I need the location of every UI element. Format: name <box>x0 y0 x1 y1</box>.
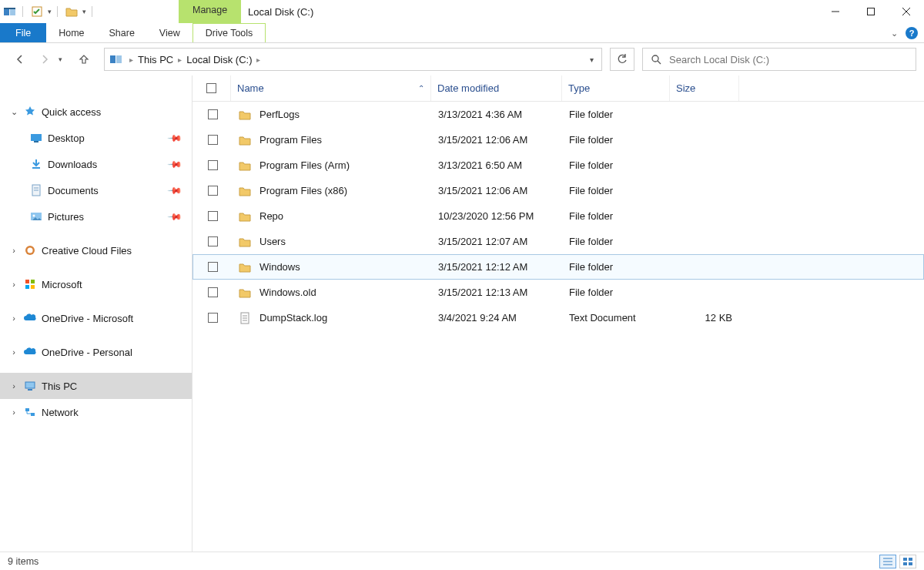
file-size: 12 KB <box>671 312 740 324</box>
back-button[interactable] <box>9 49 31 70</box>
column-name[interactable]: Name ⌃ <box>231 75 431 101</box>
table-row[interactable]: Repo10/23/2020 12:56 PMFile folder <box>192 203 924 229</box>
help-button[interactable]: ? <box>906 27 918 39</box>
chevron-down-icon[interactable]: ⌄ <box>9 107 18 117</box>
svg-line-11 <box>658 61 661 64</box>
row-checkbox[interactable] <box>208 211 218 221</box>
qat-properties-button[interactable] <box>28 3 45 20</box>
column-label: Name <box>237 82 264 94</box>
chevron-right-icon[interactable]: › <box>9 280 18 289</box>
file-date: 10/23/2020 12:56 PM <box>432 210 563 222</box>
chevron-down-icon[interactable]: ▾ <box>48 8 52 15</box>
expand-ribbon-icon[interactable]: ⌄ <box>891 28 898 39</box>
table-row[interactable]: Users3/15/2021 12:07 AMFile folder <box>192 229 924 254</box>
file-type: File folder <box>563 159 671 171</box>
breadcrumb-thispc[interactable]: This PC <box>135 54 176 65</box>
ribbon-tab-file[interactable]: File <box>0 23 46 42</box>
location-icon <box>109 53 123 65</box>
tree-label: Quick access <box>42 106 101 118</box>
file-type: File folder <box>563 185 671 196</box>
tree-item-desktop[interactable]: Desktop📌 <box>0 125 192 151</box>
chevron-right-icon[interactable]: › <box>9 381 18 391</box>
tree-item-onedrive-microsoft[interactable]: ›OneDrive - Microsoft <box>0 305 192 331</box>
search-box[interactable] <box>642 48 916 71</box>
table-row[interactable]: Windows.old3/15/2021 12:13 AMFile folder <box>192 280 924 305</box>
file-date: 3/13/2021 4:36 AM <box>432 109 563 120</box>
svg-rect-40 <box>909 562 912 565</box>
row-checkbox[interactable] <box>208 262 218 272</box>
manage-contextual-tab[interactable]: Manage <box>179 0 241 23</box>
table-row[interactable]: Program Files (x86)3/15/2021 12:06 AMFil… <box>192 178 924 203</box>
breadcrumb-separator[interactable]: ▸ <box>128 55 135 64</box>
column-checkbox[interactable] <box>192 75 231 101</box>
chevron-right-icon[interactable]: › <box>9 314 18 323</box>
ribbon-tab-share[interactable]: Share <box>97 23 147 42</box>
pin-icon: 📌 <box>167 130 183 146</box>
table-row[interactable]: Program Files (Arm)3/13/2021 6:50 AMFile… <box>192 153 924 178</box>
row-checkbox[interactable] <box>208 186 218 196</box>
svg-rect-39 <box>903 562 907 565</box>
view-thumbnails-button[interactable] <box>899 555 916 568</box>
refresh-button[interactable] <box>610 48 634 71</box>
address-bar[interactable]: ▸ This PC ▸ Local Disk (C:) ▸ ▾ <box>104 48 602 71</box>
chevron-right-icon[interactable]: › <box>9 347 18 357</box>
file-date: 3/15/2021 12:13 AM <box>432 287 563 298</box>
tree-item-microsoft[interactable]: ›Microsoft <box>0 271 192 297</box>
chevron-down-icon[interactable]: ▾ <box>82 8 86 15</box>
qat-newfolder-button[interactable] <box>63 3 80 20</box>
onedrive-icon <box>23 314 37 323</box>
chevron-right-icon[interactable]: › <box>9 246 18 255</box>
svg-rect-37 <box>903 558 907 561</box>
svg-rect-24 <box>25 285 29 289</box>
row-checkbox[interactable] <box>208 135 218 145</box>
file-type: File folder <box>563 236 671 247</box>
row-checkbox[interactable] <box>208 313 218 323</box>
downloads-icon <box>29 159 43 169</box>
breadcrumb-separator[interactable]: ▸ <box>176 55 183 64</box>
tree-item-network[interactable]: ›Network <box>0 399 192 425</box>
column-type[interactable]: Type <box>562 75 670 101</box>
row-checkbox[interactable] <box>208 287 218 297</box>
table-row[interactable]: DumpStack.log3/4/2021 9:24 AMText Docume… <box>192 305 924 330</box>
folder-icon <box>238 159 252 173</box>
ribbon-tab-home[interactable]: Home <box>46 23 96 42</box>
svg-point-10 <box>652 55 658 62</box>
row-checkbox[interactable] <box>208 236 218 246</box>
tree-quick-access[interactable]: ⌄ Quick access <box>0 99 192 125</box>
table-row[interactable]: PerfLogs3/13/2021 4:36 AMFile folder <box>192 102 924 127</box>
text-icon <box>238 311 252 325</box>
maximize-button[interactable] <box>853 0 889 23</box>
tree-item-documents[interactable]: Documents📌 <box>0 177 192 203</box>
up-button[interactable] <box>73 49 95 70</box>
pc-icon <box>23 381 37 391</box>
tree-item-downloads[interactable]: Downloads📌 <box>0 151 192 177</box>
search-input[interactable] <box>669 54 916 65</box>
minimize-button[interactable] <box>818 0 853 23</box>
column-date[interactable]: Date modified <box>431 75 562 101</box>
recent-dropdown[interactable]: ▾ <box>59 55 62 63</box>
address-dropdown[interactable]: ▾ <box>581 49 601 70</box>
ribbon-tab-view[interactable]: View <box>147 23 192 42</box>
tree-label: This PC <box>42 381 77 392</box>
breadcrumb-localdisk[interactable]: Local Disk (C:) <box>183 54 255 65</box>
row-checkbox[interactable] <box>208 109 218 119</box>
forward-button[interactable] <box>34 49 55 70</box>
tree-item-pictures[interactable]: Pictures📌 <box>0 203 192 230</box>
pin-icon: 📌 <box>167 183 183 199</box>
chevron-right-icon[interactable]: › <box>9 407 18 417</box>
svg-rect-8 <box>110 55 116 63</box>
table-row[interactable]: Program Files3/15/2021 12:06 AMFile fold… <box>192 127 924 153</box>
ribbon-tab-drivetools[interactable]: Drive Tools <box>192 23 266 42</box>
tree-item-this-pc[interactable]: ›This PC <box>0 373 192 399</box>
breadcrumb-separator[interactable]: ▸ <box>255 55 262 64</box>
table-row[interactable]: Windows3/15/2021 12:12 AMFile folder <box>192 254 924 280</box>
column-size[interactable]: Size <box>670 75 739 101</box>
close-button[interactable] <box>889 0 924 23</box>
app-icon <box>3 5 17 18</box>
tree-item-onedrive-personal[interactable]: ›OneDrive - Personal <box>0 339 192 365</box>
svg-point-19 <box>33 215 35 217</box>
view-details-button[interactable] <box>879 555 896 568</box>
navigation-pane[interactable]: ⌄ Quick access Desktop📌Downloads📌Documen… <box>0 75 192 552</box>
row-checkbox[interactable] <box>208 160 218 170</box>
tree-item-creative-cloud-files[interactable]: ›Creative Cloud Files <box>0 237 192 263</box>
